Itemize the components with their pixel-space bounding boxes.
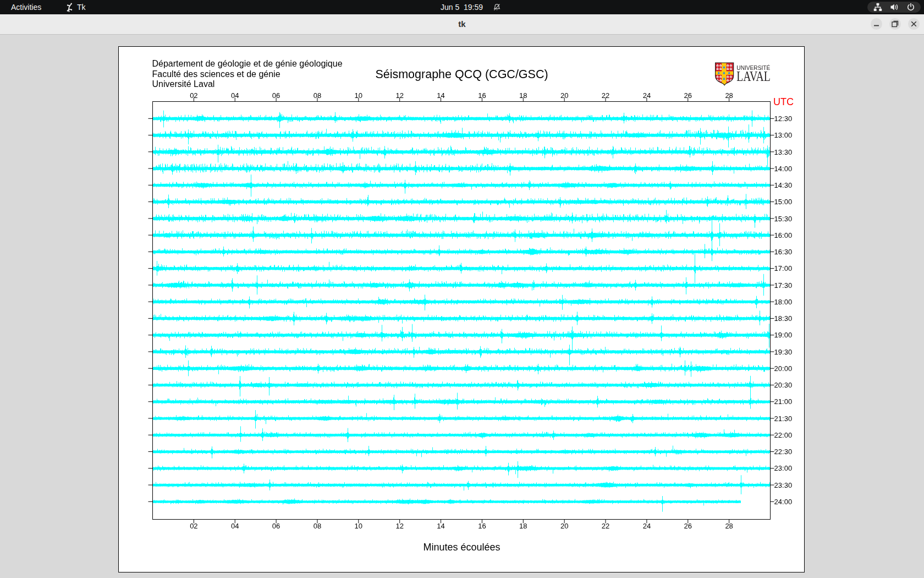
svg-text:18:00: 18:00 xyxy=(774,298,793,306)
svg-text:14: 14 xyxy=(437,91,444,100)
svg-text:19:00: 19:00 xyxy=(774,331,793,339)
svg-text:13:00: 13:00 xyxy=(774,131,793,139)
svg-text:04: 04 xyxy=(231,522,239,530)
svg-text:06: 06 xyxy=(272,522,280,530)
svg-text:22:30: 22:30 xyxy=(774,448,793,456)
svg-text:14:00: 14:00 xyxy=(774,165,793,173)
svg-text:15:30: 15:30 xyxy=(774,215,793,223)
svg-text:14:30: 14:30 xyxy=(774,181,793,189)
svg-text:23:30: 23:30 xyxy=(774,481,793,489)
svg-text:22: 22 xyxy=(602,522,609,530)
svg-text:20: 20 xyxy=(560,522,568,530)
svg-text:26: 26 xyxy=(684,522,692,530)
svg-text:24:00: 24:00 xyxy=(774,498,793,506)
svg-text:13:30: 13:30 xyxy=(774,148,793,156)
svg-text:18: 18 xyxy=(519,91,527,100)
svg-text:16: 16 xyxy=(478,91,486,100)
svg-text:16:00: 16:00 xyxy=(774,231,793,239)
svg-text:16: 16 xyxy=(478,522,486,530)
svg-text:17:00: 17:00 xyxy=(774,264,793,272)
svg-text:24: 24 xyxy=(643,91,651,100)
svg-text:28: 28 xyxy=(725,522,733,530)
svg-text:22: 22 xyxy=(602,91,609,100)
svg-text:12: 12 xyxy=(395,91,403,100)
svg-text:16:30: 16:30 xyxy=(774,248,793,256)
svg-text:28: 28 xyxy=(725,91,733,100)
svg-text:22:00: 22:00 xyxy=(774,431,793,439)
svg-text:20:30: 20:30 xyxy=(774,381,793,389)
svg-text:20:00: 20:00 xyxy=(774,364,793,373)
svg-text:17:30: 17:30 xyxy=(774,281,793,290)
svg-text:08: 08 xyxy=(314,91,321,100)
svg-text:08: 08 xyxy=(314,522,321,530)
svg-text:20: 20 xyxy=(560,91,568,100)
svg-text:18: 18 xyxy=(519,522,527,530)
svg-text:Département de géologie et de: Département de géologie et de génie géol… xyxy=(152,59,343,68)
svg-text:18:30: 18:30 xyxy=(774,314,793,323)
svg-text:04: 04 xyxy=(231,91,239,100)
svg-text:24: 24 xyxy=(643,522,651,530)
svg-text:02: 02 xyxy=(190,522,197,530)
svg-text:Séismographe QCQ (CGC/GSC): Séismographe QCQ (CGC/GSC) xyxy=(375,68,548,81)
svg-text:26: 26 xyxy=(684,91,692,100)
svg-text:UTC: UTC xyxy=(773,96,794,107)
svg-text:LAVAL: LAVAL xyxy=(736,69,771,84)
svg-text:21:00: 21:00 xyxy=(774,397,793,406)
svg-text:02: 02 xyxy=(190,91,197,100)
svg-text:10: 10 xyxy=(355,522,362,530)
svg-text:Minutes écoulées: Minutes écoulées xyxy=(423,542,500,553)
svg-text:14: 14 xyxy=(437,522,444,530)
svg-text:15:00: 15:00 xyxy=(774,198,793,206)
svg-text:Université Laval: Université Laval xyxy=(152,79,215,89)
svg-text:12: 12 xyxy=(395,522,403,530)
svg-text:23:00: 23:00 xyxy=(774,464,793,472)
svg-text:10: 10 xyxy=(355,91,362,100)
svg-text:Faculté des sciences et de gén: Faculté des sciences et de génie xyxy=(152,69,280,79)
svg-text:19:30: 19:30 xyxy=(774,348,793,356)
svg-text:21:30: 21:30 xyxy=(774,415,793,423)
svg-text:06: 06 xyxy=(272,91,280,100)
svg-text:12:30: 12:30 xyxy=(774,114,793,123)
